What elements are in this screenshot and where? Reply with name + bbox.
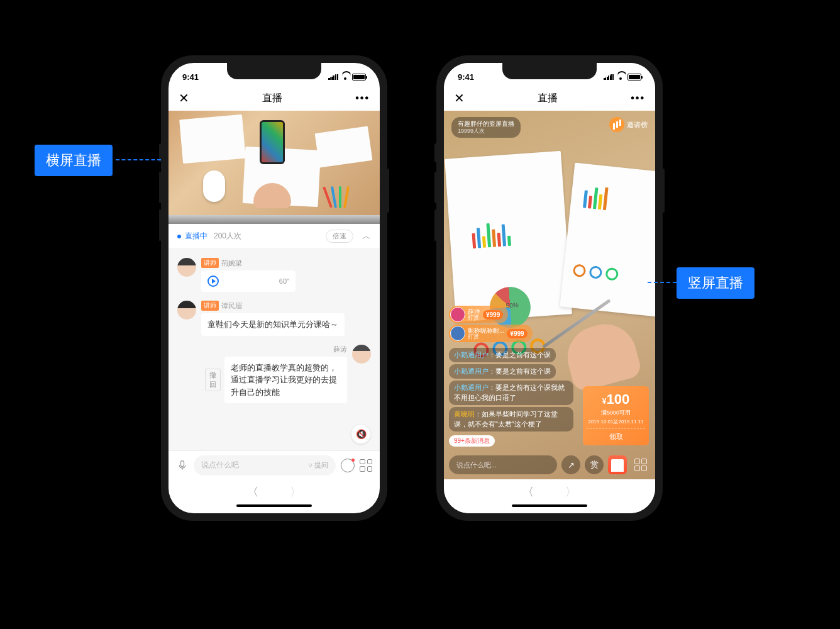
- recall-button[interactable]: 撤回: [205, 369, 221, 391]
- wifi-icon: [616, 74, 625, 80]
- landscape-label: 横屏直播: [35, 145, 113, 176]
- portrait-label: 竖屏直播: [677, 267, 754, 299]
- avatar: [450, 326, 465, 341]
- live-comments: 小鹅通用户：要是之前有这个课 小鹅通用户：要是之前有这个课 小鹅通用户：要是之前…: [449, 348, 573, 447]
- home-indicator[interactable]: [444, 504, 655, 513]
- avatar[interactable]: [177, 301, 196, 320]
- gift-amount: ¥999: [483, 310, 503, 320]
- room-info-pill[interactable]: 有趣胖仔的竖屏直播 19999人次: [451, 117, 521, 138]
- status-time: 9:41: [458, 72, 474, 82]
- teacher-badge: 讲师: [201, 301, 219, 311]
- comment-item: 小鹅通用户：要是之前有这个课我就不用担心我的口语了: [449, 381, 573, 405]
- teacher-badge: 讲师: [201, 258, 219, 268]
- coupon-card[interactable]: ¥100 满5000可用 2019.10.01至2019.11.11 领取: [583, 386, 649, 445]
- coupon-amount: ¥100: [587, 391, 645, 408]
- text-message: 老师的直播教学真的超赞的，通过直播学习让我更好的去提升自己的技能: [224, 357, 347, 404]
- gift-notification[interactable]: 薛洋打赏 ¥999: [449, 306, 508, 323]
- battery-icon: [627, 74, 641, 81]
- gift-notification[interactable]: 昵称昵称昵...打赏 ¥999: [449, 325, 533, 342]
- back-button[interactable]: 〈: [522, 484, 534, 499]
- live-indicator-icon: [177, 235, 181, 238]
- new-messages-button[interactable]: 99+条新消息: [449, 435, 495, 447]
- message-input[interactable]: 说点什么吧 ○ 提问: [194, 455, 336, 476]
- chat-message-own: 薛涛 撤回 老师的直播教学真的超赞的，通过直播学习让我更好的去提升自己的技能: [177, 345, 371, 404]
- message-input[interactable]: 说点什么吧...: [449, 455, 557, 474]
- back-button[interactable]: 〈: [247, 484, 258, 499]
- play-icon[interactable]: [207, 276, 219, 287]
- comments-icon[interactable]: [341, 459, 355, 472]
- username: 谭民眉: [221, 301, 242, 311]
- phone-portrait-mock: 9:41 ✕ 直播 •••: [436, 55, 663, 521]
- annotation-line: [116, 159, 161, 160]
- video-player[interactable]: [169, 111, 380, 224]
- forward-button[interactable]: 〉: [290, 484, 301, 499]
- ask-question-toggle[interactable]: ○ 提问: [308, 460, 328, 470]
- signal-icon: [604, 74, 614, 80]
- close-button[interactable]: ✕: [454, 91, 465, 106]
- chat-area[interactable]: 讲师荊婉梁 60" 讲师谭民眉 童鞋们今天是新的知识单元分课哈～ 薛涛: [169, 249, 380, 450]
- nav-bar: ✕ 直播 •••: [169, 86, 380, 111]
- live-status-text: 直播中: [185, 231, 207, 242]
- coupon-condition: 满5000可用: [587, 409, 645, 417]
- username: 荊婉梁: [221, 259, 242, 268]
- chat-message: 讲师荊婉梁 60": [177, 258, 371, 292]
- mute-button[interactable]: 🔇: [351, 424, 371, 444]
- room-title: 有趣胖仔的竖屏直播: [458, 120, 514, 128]
- chat-message: 讲师谭民眉 童鞋们今天是新的知识单元分课哈～: [177, 301, 371, 336]
- browser-nav: 〈 〉: [169, 479, 380, 504]
- share-button[interactable]: ↗: [561, 455, 580, 474]
- forward-button[interactable]: 〉: [565, 484, 577, 499]
- claim-button[interactable]: 领取: [587, 428, 645, 442]
- shop-button[interactable]: [608, 455, 627, 474]
- input-bar: 说点什么吧... ↗ 赏: [449, 455, 650, 474]
- apps-icon[interactable]: [360, 459, 372, 472]
- svg-rect-0: [181, 460, 184, 466]
- avatar[interactable]: [177, 258, 196, 277]
- coupon-validity: 2019.10.01至2019.11.11: [587, 418, 645, 425]
- comment-item: 小鹅通用户：要是之前有这个课: [449, 348, 556, 362]
- avatar: [450, 307, 465, 322]
- playback-speed-button[interactable]: 倍速: [326, 230, 353, 243]
- browser-nav: 〈 〉: [444, 479, 655, 504]
- annotation-line: [648, 282, 677, 283]
- video-player-fullscreen[interactable]: 有趣胖仔的竖屏直播 19999人次 邀请榜 薛洋打赏 ¥999 昵称昵称昵...…: [444, 111, 655, 479]
- room-viewers: 19999人次: [458, 128, 514, 135]
- audio-duration: 60": [279, 276, 289, 287]
- leaderboard-icon: [609, 117, 624, 132]
- status-time: 9:41: [182, 72, 199, 82]
- close-button[interactable]: ✕: [179, 91, 189, 106]
- live-status-bar: 直播中 200人次 倍速 ︿: [169, 224, 380, 249]
- wifi-icon: [341, 74, 350, 80]
- more-button[interactable]: •••: [631, 92, 645, 104]
- text-message: 童鞋们今天是新的知识单元分课哈～: [201, 313, 345, 336]
- battery-icon: [352, 74, 366, 81]
- nav-bar: ✕ 直播 •••: [444, 86, 655, 111]
- collapse-button[interactable]: ︿: [362, 231, 371, 242]
- apps-button[interactable]: [631, 455, 650, 474]
- gift-amount: ¥999: [507, 329, 527, 338]
- comment-item: 小鹅通用户：要是之前有这个课: [449, 364, 556, 379]
- page-title: 直播: [538, 92, 558, 105]
- page-title: 直播: [262, 92, 282, 105]
- phone-landscape-mock: 9:41 ✕ 直播 ••• 直播中 200人次 倍速 ︿: [161, 55, 387, 521]
- input-bar: 说点什么吧 ○ 提问: [169, 450, 380, 479]
- username: 薛涛: [333, 345, 347, 354]
- reward-button[interactable]: 赏: [585, 455, 604, 474]
- view-count: 200人次: [214, 231, 322, 242]
- voice-input-icon[interactable]: [176, 459, 189, 472]
- avatar[interactable]: [352, 345, 371, 364]
- invite-leaderboard-button[interactable]: 邀请榜: [609, 117, 648, 132]
- audio-message[interactable]: 60": [201, 270, 296, 292]
- signal-icon: [328, 74, 338, 80]
- comment-item: 黄晓明：如果早些时间学习了这堂课，就不会有"太君"这个梗了: [449, 407, 573, 431]
- home-indicator[interactable]: [169, 504, 380, 513]
- more-button[interactable]: •••: [355, 92, 370, 104]
